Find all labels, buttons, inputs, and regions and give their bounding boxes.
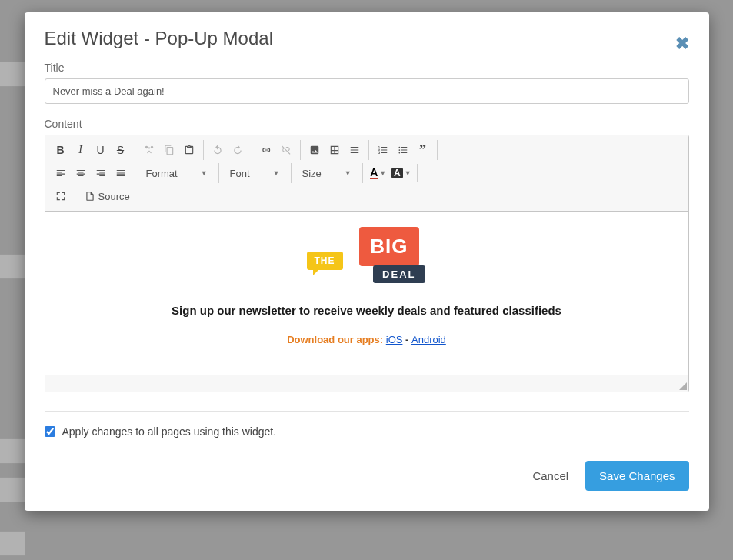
download-apps-line: Download our apps: iOS - Android: [55, 334, 679, 345]
modal-header: Edit Widget - Pop-Up Modal ✖: [25, 12, 709, 57]
chevron-down-icon: ▼: [273, 169, 280, 177]
modal-overlay: Edit Widget - Pop-Up Modal ✖ Title Conte…: [0, 0, 733, 560]
close-icon[interactable]: ✖: [675, 35, 689, 52]
title-label: Title: [45, 62, 689, 74]
source-button[interactable]: Source: [80, 186, 135, 206]
download-label: Download our apps:: [287, 334, 383, 345]
ios-link[interactable]: iOS: [386, 334, 403, 345]
font-label: Font: [230, 168, 250, 179]
source-label: Source: [98, 191, 130, 202]
save-changes-button[interactable]: Save Changes: [585, 461, 688, 491]
size-select[interactable]: Size ▼: [296, 163, 358, 183]
separator: -: [405, 334, 411, 345]
content-label: Content: [45, 118, 689, 130]
chevron-down-icon: ▼: [345, 169, 352, 177]
maximize-icon[interactable]: [52, 186, 70, 206]
editor-content-area[interactable]: THE BIG DEAL Sign up our newsletter to r…: [45, 212, 688, 375]
font-select[interactable]: Font ▼: [224, 163, 286, 183]
logo-the: THE: [307, 252, 343, 270]
modal-body: Title Content B I U S: [25, 57, 709, 438]
size-label: Size: [302, 168, 322, 179]
format-select[interactable]: Format ▼: [140, 163, 214, 183]
link-icon[interactable]: [257, 140, 275, 160]
divider: [45, 411, 689, 412]
horizontal-rule-icon[interactable]: [345, 140, 364, 160]
italic-icon[interactable]: I: [72, 140, 90, 160]
modal-footer: Cancel Save Changes: [25, 438, 709, 511]
bg-color-button[interactable]: A▼: [391, 164, 412, 182]
bold-icon[interactable]: B: [52, 140, 70, 160]
blockquote-icon[interactable]: ”: [414, 140, 432, 160]
title-input[interactable]: [45, 78, 689, 104]
logo-deal: DEAL: [373, 265, 425, 283]
logo-big: BIG: [359, 227, 418, 266]
cut-icon[interactable]: [140, 140, 158, 160]
editor-footer: [45, 375, 688, 392]
align-left-icon[interactable]: [52, 163, 70, 183]
table-icon[interactable]: [325, 140, 344, 160]
cancel-button[interactable]: Cancel: [532, 469, 568, 482]
bullet-list-icon[interactable]: [394, 140, 412, 160]
modal-title: Edit Widget - Pop-Up Modal: [45, 28, 689, 49]
paste-icon[interactable]: [180, 140, 198, 160]
edit-widget-modal: Edit Widget - Pop-Up Modal ✖ Title Conte…: [25, 12, 709, 511]
big-deal-logo: THE BIG DEAL: [307, 227, 427, 287]
copy-icon[interactable]: [160, 140, 178, 160]
apply-all-label: Apply changes to all pages using this wi…: [62, 425, 277, 438]
underline-icon[interactable]: U: [92, 140, 110, 160]
editor-toolbar: B I U S: [45, 135, 688, 212]
apply-all-checkbox[interactable]: [45, 426, 55, 437]
apply-all-row[interactable]: Apply changes to all pages using this wi…: [45, 425, 689, 438]
newsletter-headline: Sign up our newsletter to receive weekly…: [55, 304, 679, 317]
align-right-icon[interactable]: [92, 163, 110, 183]
format-label: Format: [146, 168, 178, 179]
resize-handle-icon[interactable]: [678, 381, 687, 390]
text-color-button[interactable]: A▼: [368, 164, 389, 182]
rich-text-editor: B I U S: [45, 135, 689, 392]
image-icon[interactable]: [305, 140, 324, 160]
chevron-down-icon: ▼: [405, 169, 411, 177]
strikethrough-icon[interactable]: S: [112, 140, 130, 160]
align-justify-icon[interactable]: [112, 163, 130, 183]
redo-icon[interactable]: [228, 140, 247, 160]
unlink-icon[interactable]: [277, 140, 295, 160]
undo-icon[interactable]: [208, 140, 227, 160]
chevron-down-icon: ▼: [379, 169, 386, 177]
android-link[interactable]: Android: [411, 334, 446, 345]
chevron-down-icon: ▼: [201, 169, 208, 177]
numbered-list-icon[interactable]: [374, 140, 392, 160]
align-center-icon[interactable]: [72, 163, 90, 183]
